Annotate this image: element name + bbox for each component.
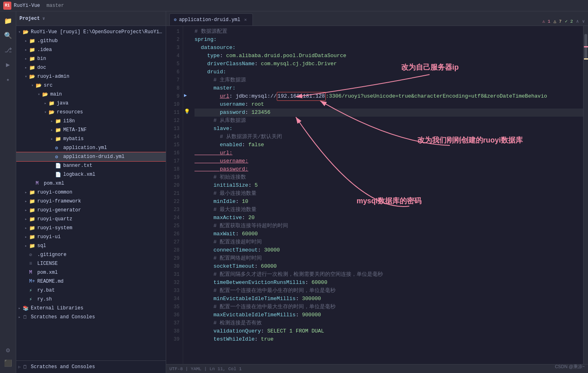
- code-area: # 数据源配置spring: datasource: type: com.ali…: [191, 26, 583, 364]
- tree-node-ruoyi-system[interactable]: ▸📁ruoyi-system: [16, 224, 166, 232]
- editor-content-area: 1234567891011121314151617181920212223242…: [166, 26, 588, 364]
- tree-label-ry-bat: ry.bat: [37, 288, 163, 293]
- tree-node-main[interactable]: ▾📂main: [16, 90, 166, 99]
- tree-node-ruoyi-generator[interactable]: ▸📁ruoyi-generator: [16, 206, 166, 215]
- tree-label-logback-xml: logback.xml: [63, 172, 163, 177]
- code-line-29: # 配置网络超时时间: [195, 254, 583, 262]
- code-line-15: enabled: false: [195, 141, 583, 149]
- tree-label-README: README.md: [37, 279, 163, 284]
- run-icon-btn[interactable]: ▶: [2, 58, 15, 71]
- tree-node-bin[interactable]: ▸📁bin: [16, 54, 166, 63]
- code-line-8: master:: [195, 84, 583, 92]
- line-numbers: 1234567891011121314151617181920212223242…: [166, 26, 183, 364]
- tree-node-ruoyi-admin[interactable]: ▾📂ruoyi-admin: [16, 72, 166, 81]
- branch-label: master: [47, 3, 64, 9]
- code-line-2: spring:: [195, 36, 583, 44]
- app-logo: R1: [3, 2, 11, 10]
- code-line-24: maxActive: 20: [195, 214, 583, 222]
- code-line-37: # 检测连接是否有效: [195, 319, 583, 327]
- tree-node-ruoyi-vue[interactable]: ▾📂RuoYi-Vue [ruoyi] E:\OpenSourceProject…: [16, 28, 166, 36]
- ok-count-badge: ✓ 2: [565, 19, 573, 24]
- code-line-26: maxWait: 60000: [195, 230, 583, 238]
- tree-node-banner-txt[interactable]: 📄banner.txt: [16, 161, 166, 170]
- plugin-icon-btn[interactable]: ✦: [2, 73, 15, 86]
- top-bar: R1 RuoYi-Vue master: [0, 0, 588, 11]
- tree-node-src[interactable]: ▾📂src: [16, 81, 166, 90]
- tree-node-README[interactable]: M+README.md: [16, 277, 166, 286]
- tree-node-ruoyi-ui[interactable]: ▸📁ruoyi-ui: [16, 232, 166, 241]
- tree-node-application-druid-yml[interactable]: ⚙application-druid.yml: [16, 152, 166, 161]
- tree-node-logback-xml[interactable]: 📄logback.xml: [16, 170, 166, 179]
- tree-label-java: java: [57, 100, 163, 106]
- tree-node-scratches[interactable]: ▸🗒Scratches and Consoles: [16, 313, 166, 322]
- tree-label-scratches: Scratches and Consoles: [31, 314, 163, 320]
- tree-label-gitignore: .gitignore: [37, 252, 163, 258]
- tree-node-pom-root[interactable]: Mpom.xml: [16, 268, 166, 277]
- tree-node-sql[interactable]: ▸📁sql: [16, 241, 166, 250]
- status-info: UTF-8 | YAML | Ln 11, Col 1: [169, 367, 242, 371]
- code-line-16: url:: [195, 149, 583, 157]
- tree-node-doc[interactable]: ▸📁doc: [16, 63, 166, 72]
- tree-label-ruoyi-admin: ruoyi-admin: [37, 74, 163, 79]
- tree-node-github[interactable]: ▸📁.github: [16, 36, 166, 45]
- tree-node-application-yml[interactable]: ⚙application.yml: [16, 143, 166, 152]
- tree-node-resources[interactable]: ▾📂resources: [16, 108, 166, 117]
- tree-label-ruoyi-generator: ruoyi-generator: [37, 207, 163, 213]
- tree-node-i18n[interactable]: ▸📁i18n: [16, 117, 166, 126]
- tree-label-META-INF: META-INF: [63, 127, 163, 133]
- tab-label: application-druid.yml: [179, 17, 240, 23]
- code-line-3: datasource:: [195, 44, 583, 52]
- code-line-33: # 配置一个连接在池中最小生存的时间，单位是毫秒: [195, 287, 583, 295]
- code-line-30: socketTimeout: 60000: [195, 262, 583, 271]
- code-line-19: # 初始连接数: [195, 173, 583, 181]
- code-line-34: minEvictableIdleTimeMillis: 300000: [195, 295, 583, 303]
- code-line-12: # 从库数据源: [195, 117, 583, 125]
- project-tree-panel: Project ∨ ▾📂RuoYi-Vue [ruoyi] E:\OpenSou…: [16, 11, 166, 373]
- scratches-label: Scratches and Consoles: [31, 364, 163, 370]
- editor-tabs-bar: ⚙ application-druid.yml ✕ ⚠ 1 △ 7 ✓ 2 ∧ …: [166, 11, 588, 26]
- tree-node-ruoyi-quartz[interactable]: ▸📁ruoyi-quartz: [16, 215, 166, 224]
- scratches-item[interactable]: ▷ 🗒 Scratches and Consoles: [16, 362, 166, 371]
- tree-node-LICENSE[interactable]: ≡LICENSE: [16, 259, 166, 268]
- code-line-13: slave:: [195, 125, 583, 133]
- tree-label-sql: sql: [37, 243, 163, 249]
- search-icon-btn[interactable]: 🔍: [2, 29, 15, 42]
- code-line-9: url: jdbc:mysql://192.168.181.128:3306/r…: [195, 92, 583, 100]
- tree-node-pom-admin[interactable]: Mpom.xml: [16, 179, 166, 188]
- folder-icon-btn[interactable]: 📁: [2, 15, 15, 28]
- editor-gutter: 💡 ▶: [183, 26, 191, 364]
- terminal-icon-btn[interactable]: ⬛: [2, 357, 15, 370]
- tab-close-btn[interactable]: ✕: [243, 17, 248, 23]
- tree-label-application-druid-yml: application-druid.yml: [63, 154, 163, 160]
- code-line-5: driverClassName: com.mysql.cj.jdbc.Drive…: [195, 60, 583, 68]
- tree-label-i18n: i18n: [63, 118, 163, 124]
- tree-label-github: .github: [37, 38, 163, 44]
- tree-content[interactable]: ▾📂RuoYi-Vue [ruoyi] E:\OpenSourceProject…: [16, 26, 166, 360]
- tree-header: Project ∨: [16, 11, 166, 26]
- tree-node-ruoyi-framework[interactable]: ▸📁ruoyi-framework: [16, 197, 166, 206]
- settings-icon-btn[interactable]: ⚙: [2, 344, 15, 357]
- tree-label-mybatis: mybatis: [63, 136, 163, 142]
- editor-tab-druid[interactable]: ⚙ application-druid.yml ✕: [169, 13, 253, 26]
- project-title: RuoYi-Vue: [14, 3, 40, 9]
- tree-node-idea[interactable]: ▸📁.idea: [16, 45, 166, 54]
- tree-label-ruoyi-common: ruoyi-common: [37, 190, 163, 195]
- tree-node-java[interactable]: ▸📁java: [16, 99, 166, 108]
- tree-node-gitignore[interactable]: ⊘.gitignore: [16, 250, 166, 259]
- bottom-status-bar: UTF-8 | YAML | Ln 11, Col 1: [166, 364, 588, 373]
- git-icon-btn[interactable]: ⎇: [2, 44, 15, 57]
- csdn-watermark: CSDN @乘凉~: [555, 364, 585, 370]
- tree-node-ruoyi-common[interactable]: ▸📁ruoyi-common: [16, 188, 166, 197]
- tree-node-mybatis[interactable]: ▸📁mybatis: [16, 134, 166, 143]
- tree-label-resources: resources: [57, 109, 163, 115]
- chevron-up-btn[interactable]: ∧: [576, 19, 579, 24]
- tree-node-ry-bat[interactable]: ⚡ry.bat: [16, 286, 166, 295]
- code-line-4: type: com.alibaba.druid.pool.DruidDataSo…: [195, 52, 583, 60]
- tree-node-META-INF[interactable]: ▸📁META-INF: [16, 126, 166, 134]
- editor-scrollbar[interactable]: [583, 26, 588, 364]
- tree-label-LICENSE: LICENSE: [37, 261, 163, 266]
- tree-node-external-libraries[interactable]: ▸📚External Libraries: [16, 304, 166, 313]
- chevron-down-btn[interactable]: ∨: [582, 19, 585, 24]
- warning-count-badge: △ 7: [554, 19, 562, 24]
- tree-node-ry-sh[interactable]: ⚡ry.sh: [16, 295, 166, 304]
